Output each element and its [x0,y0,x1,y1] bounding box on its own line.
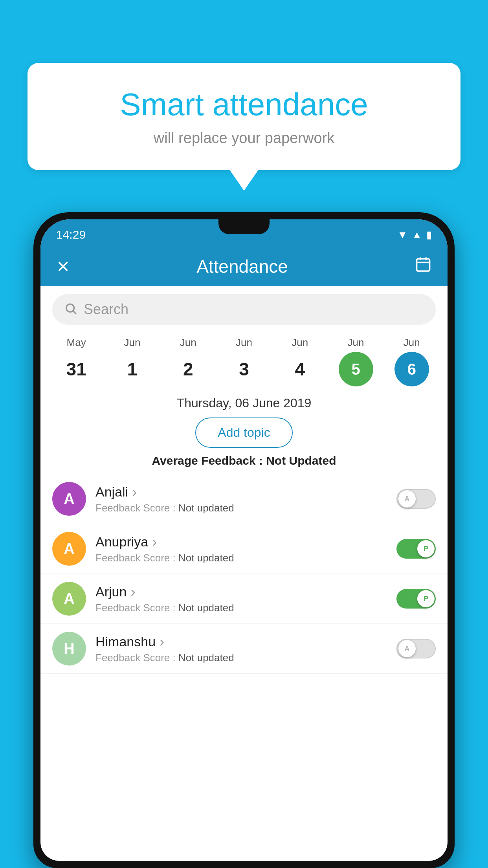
student-item[interactable]: AAnupriya›Feedback Score : Not updatedP [40,524,448,574]
status-time: 14:29 [56,228,86,241]
cal-date-label: 5 [339,352,373,386]
calendar-day[interactable]: Jun6 [384,337,440,386]
student-info: Arjun›Feedback Score : Not updated [95,584,387,614]
calendar-day[interactable]: Jun4 [272,337,328,386]
attendance-toggle[interactable]: P [396,589,436,609]
cal-month-label: Jun [404,337,420,349]
student-info: Anupriya›Feedback Score : Not updated [95,534,387,564]
chevron-right-icon: › [130,584,135,600]
student-name: Himanshu [95,634,156,649]
close-button[interactable]: ✕ [56,257,70,276]
cal-month-label: Jun [124,337,140,349]
add-topic-button[interactable]: Add topic [195,417,292,448]
cal-month-label: Jun [292,337,308,349]
student-item[interactable]: AArjun›Feedback Score : Not updatedP [40,574,448,624]
phone-notch [218,219,270,234]
student-score: Feedback Score : Not updated [95,602,387,614]
calendar-button[interactable] [415,256,432,277]
cal-month-label: May [67,337,86,349]
chevron-right-icon: › [152,534,157,550]
wifi-icon: ▼ [398,229,408,241]
cal-date-label: 2 [171,352,205,386]
student-info: Anjali›Feedback Score : Not updated [95,484,387,514]
selected-date-label: Thursday, 06 June 2019 [40,390,448,414]
toggle-knob: P [417,590,435,607]
calendar-day[interactable]: Jun2 [160,337,216,386]
toggle-knob: A [398,490,416,508]
avg-feedback: Average Feedback : Not Updated [40,454,448,467]
toggle-switch[interactable]: A [396,489,436,509]
calendar-strip: May31Jun1Jun2Jun3Jun4Jun5Jun6 [40,333,448,390]
svg-rect-0 [417,259,430,271]
calendar-day[interactable]: Jun3 [216,337,272,386]
student-score: Feedback Score : Not updated [95,652,387,664]
cal-date-label: 1 [115,352,149,386]
search-input[interactable]: Search [84,301,424,318]
bubble-subtitle: will replace your paperwork [59,130,429,147]
toggle-switch[interactable]: P [396,589,436,609]
cal-date-label: 6 [394,352,429,386]
avg-feedback-value: Not Updated [266,454,336,467]
search-bar[interactable]: Search [52,294,436,325]
chevron-right-icon: › [132,484,137,500]
cal-date-label: 31 [59,352,94,386]
phone-content: Search May31Jun1Jun2Jun3Jun4Jun5Jun6 Thu… [40,286,448,861]
student-name: Arjun [95,584,127,600]
student-avatar: A [52,482,86,516]
app-bar-title: Attendance [70,256,415,277]
chevron-right-icon: › [160,634,164,650]
student-score: Feedback Score : Not updated [95,552,387,564]
student-score: Feedback Score : Not updated [95,502,387,514]
calendar-day[interactable]: Jun5 [328,337,383,386]
toggle-switch[interactable]: P [396,539,436,559]
student-name: Anupriya [95,534,148,550]
attendance-toggle[interactable]: A [396,489,436,509]
app-bar: ✕ Attendance [40,247,448,286]
student-list: AAnjali›Feedback Score : Not updatedAAAn… [40,474,448,674]
svg-line-5 [73,311,75,313]
attendance-toggle[interactable]: A [396,639,436,658]
bubble-title: Smart attendance [59,86,429,123]
calendar-day[interactable]: May31 [48,337,104,386]
cal-month-label: Jun [236,337,252,349]
avg-feedback-label: Average Feedback : [152,454,266,467]
phone-inner: 14:29 ▼ ▲ ▮ ✕ Attendance [40,219,448,861]
student-item[interactable]: AAnjali›Feedback Score : Not updatedA [40,474,448,524]
cal-month-label: Jun [180,337,196,349]
phone-frame: 14:29 ▼ ▲ ▮ ✕ Attendance [33,212,455,868]
search-icon [64,302,77,317]
speech-bubble: Smart attendance will replace your paper… [28,63,460,170]
speech-bubble-container: Smart attendance will replace your paper… [28,63,460,170]
toggle-switch[interactable]: A [396,639,436,658]
status-icons: ▼ ▲ ▮ [398,229,432,241]
student-avatar: A [52,532,86,566]
toggle-knob: A [398,640,416,657]
student-avatar: H [52,632,86,666]
cal-date-label: 3 [227,352,261,386]
signal-icon: ▲ [412,229,422,240]
battery-icon: ▮ [426,229,432,241]
toggle-knob: P [417,540,435,557]
cal-month-label: Jun [348,337,364,349]
cal-date-label: 4 [283,352,317,386]
student-item[interactable]: HHimanshu›Feedback Score : Not updatedA [40,624,448,674]
calendar-day[interactable]: Jun1 [104,337,160,386]
student-name: Anjali [95,484,128,500]
student-avatar: A [52,582,86,616]
attendance-toggle[interactable]: P [396,539,436,559]
student-info: Himanshu›Feedback Score : Not updated [95,634,387,664]
